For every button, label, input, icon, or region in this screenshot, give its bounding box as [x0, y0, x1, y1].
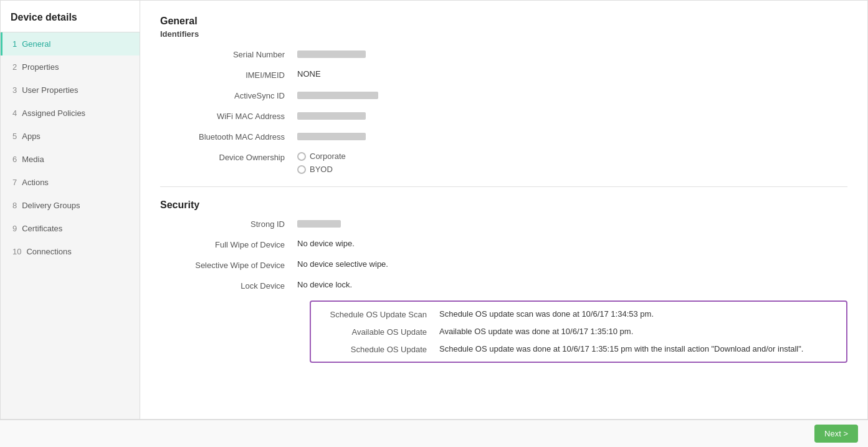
field-row: Bluetooth MAC Address: [160, 131, 847, 142]
highlighted-value: Schedule OS update was done at 10/6/17 1…: [439, 344, 836, 353]
sidebar-item-assigned-policies[interactable]: 4Assigned Policies: [1, 102, 140, 125]
os-update-box: Schedule OS Update ScanSchedule OS updat…: [310, 300, 847, 363]
field-label: Serial Number: [160, 49, 297, 59]
field-label: ActiveSync ID: [160, 90, 297, 100]
field-row: IMEI/MEIDNONE: [160, 69, 847, 80]
field-value-cell: [297, 131, 847, 140]
highlighted-label: Available OS Update: [321, 327, 439, 337]
field-label: Lock Device: [160, 280, 297, 291]
field-row: WiFi MAC Address: [160, 110, 847, 121]
sidebar-item-user-properties[interactable]: 3User Properties: [1, 79, 140, 102]
field-row: Serial Number: [160, 49, 847, 59]
sidebar-item-label: User Properties: [22, 85, 78, 95]
field-value-cell: [297, 49, 847, 58]
next-button[interactable]: Next >: [814, 425, 858, 443]
field-row: Strong ID: [160, 218, 847, 229]
field-value-cell: NONE: [297, 69, 847, 79]
sidebar-item-num: 2: [12, 62, 17, 72]
field-label: Strong ID: [160, 218, 297, 229]
field-value-cell: [297, 218, 847, 228]
field-row: Full Wipe of DeviceNo device wipe.: [160, 239, 847, 249]
highlighted-label: Schedule OS Update Scan: [321, 309, 439, 319]
field-value: NONE: [297, 69, 321, 79]
sidebar-item-general[interactable]: 1General: [1, 32, 140, 55]
sidebar-item-label: General: [22, 39, 50, 49]
general-title: General: [160, 16, 847, 27]
sidebar-title: Device details: [1, 1, 140, 32]
field-row: ActiveSync ID: [160, 90, 847, 100]
general-section: General Identifiers Serial NumberIMEI/ME…: [160, 16, 847, 174]
sidebar-item-num: 3: [12, 85, 17, 95]
field-row: Selective Wipe of DeviceNo device select…: [160, 259, 847, 270]
redacted-value: [297, 133, 366, 140]
redacted-value: [297, 50, 366, 58]
field-label: Selective Wipe of Device: [160, 259, 297, 270]
field-value-cell: [297, 90, 847, 99]
radio-option: BYOD: [297, 165, 847, 174]
redacted-value: [297, 92, 378, 99]
sidebar-item-num: 9: [12, 224, 17, 233]
sidebar-item-label: Delivery Groups: [22, 201, 80, 210]
sidebar-item-certificates[interactable]: 9Certificates: [1, 217, 140, 240]
identifiers-subtitle: Identifiers: [160, 29, 847, 39]
sidebar-item-label: Properties: [22, 62, 59, 72]
sidebar-item-properties[interactable]: 2Properties: [1, 55, 140, 79]
sidebar-item-label: Connections: [26, 247, 71, 256]
sidebar-item-num: 6: [12, 155, 17, 164]
sidebar-item-apps[interactable]: 5Apps: [1, 125, 140, 148]
sidebar-item-label: Actions: [22, 178, 49, 187]
highlighted-label: Schedule OS Update: [321, 344, 439, 354]
sidebar-item-media[interactable]: 6Media: [1, 148, 140, 171]
sidebar-item-label: Media: [22, 155, 44, 164]
radio-label: Corporate: [310, 151, 346, 161]
sidebar-item-num: 1: [12, 39, 17, 49]
security-section: Security Strong IDFull Wipe of DeviceNo …: [160, 199, 847, 363]
field-value: No device lock.: [297, 280, 352, 289]
sidebar-item-connections[interactable]: 10Connections: [1, 240, 140, 263]
sidebar-item-num: 5: [12, 132, 17, 141]
security-title: Security: [160, 199, 847, 211]
sidebar-item-num: 7: [12, 178, 17, 187]
field-label: Device Ownership: [160, 151, 297, 162]
highlighted-value: Schedule OS update scan was done at 10/6…: [439, 309, 836, 319]
highlighted-row: Available OS UpdateAvailable OS update w…: [321, 327, 836, 337]
radio-label: BYOD: [310, 165, 333, 174]
main-content: General Identifiers Serial NumberIMEI/ME…: [140, 1, 867, 419]
field-row: Device OwnershipCorporateBYOD: [160, 151, 847, 174]
redacted-value: [297, 220, 341, 228]
sidebar-item-label: Assigned Policies: [22, 108, 85, 118]
sidebar-item-actions[interactable]: 7Actions: [1, 171, 140, 194]
field-label: WiFi MAC Address: [160, 110, 297, 121]
field-value-cell: CorporateBYOD: [297, 151, 847, 174]
sidebar: Device details 1General2Properties3User …: [1, 1, 140, 419]
field-value-cell: No device wipe.: [297, 239, 847, 248]
radio-circle: [297, 152, 306, 161]
field-label: Full Wipe of Device: [160, 239, 297, 249]
field-value: No device wipe.: [297, 239, 355, 248]
redacted-value: [297, 112, 366, 120]
highlighted-row: Schedule OS UpdateSchedule OS update was…: [321, 344, 836, 354]
highlighted-row: Schedule OS Update ScanSchedule OS updat…: [321, 309, 836, 319]
field-value-cell: No device selective wipe.: [297, 259, 847, 269]
sidebar-item-label: Certificates: [22, 224, 62, 233]
field-value-cell: No device lock.: [297, 280, 847, 289]
sidebar-item-num: 4: [12, 108, 17, 118]
field-label: Bluetooth MAC Address: [160, 131, 297, 142]
highlighted-value: Available OS update was done at 10/6/17 …: [439, 327, 836, 336]
sidebar-item-delivery-groups[interactable]: 8Delivery Groups: [1, 194, 140, 217]
radio-circle: [297, 165, 306, 174]
footer: Next >: [0, 420, 868, 447]
field-value-cell: [297, 110, 847, 120]
sidebar-item-label: Apps: [22, 132, 41, 141]
section-divider: [160, 186, 847, 187]
field-value: No device selective wipe.: [297, 259, 388, 269]
sidebar-item-num: 8: [12, 201, 17, 210]
field-label: IMEI/MEID: [160, 69, 297, 80]
field-row: Lock DeviceNo device lock.: [160, 280, 847, 291]
sidebar-item-num: 10: [12, 247, 21, 256]
radio-group: CorporateBYOD: [297, 151, 847, 174]
radio-option: Corporate: [297, 151, 847, 161]
